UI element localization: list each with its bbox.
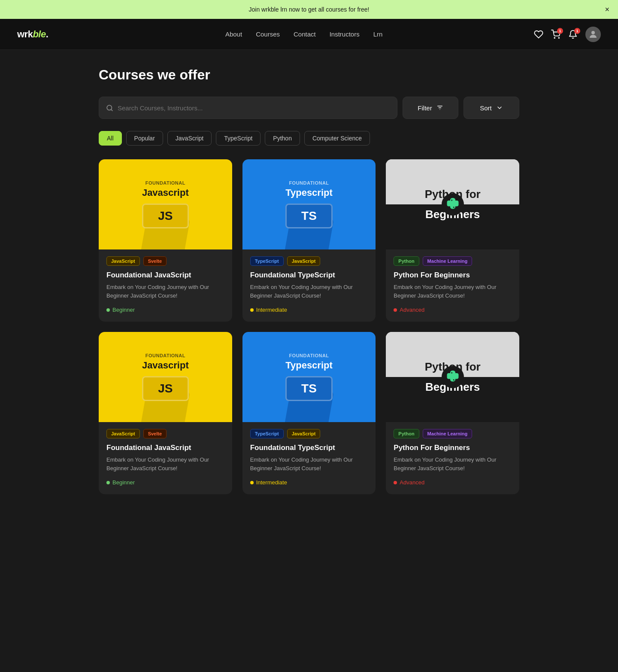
user-avatar[interactable] bbox=[585, 27, 601, 42]
course-card[interactable]: Python for Beginners PythonMachine Learn… bbox=[386, 332, 519, 494]
category-pill-typescript[interactable]: TypeScript bbox=[216, 131, 261, 146]
tag-row: TypeScriptJavaScript bbox=[250, 256, 368, 266]
sort-button[interactable]: Sort bbox=[464, 97, 519, 119]
card-body: PythonMachine Learning Python For Beginn… bbox=[386, 422, 519, 494]
course-title: Python For Beginners bbox=[394, 444, 512, 452]
course-card[interactable]: Foundational Javascript JS JavaScriptSve… bbox=[99, 159, 232, 322]
nav-instructors[interactable]: Instructors bbox=[330, 30, 360, 38]
level-dot bbox=[250, 481, 254, 484]
lang-badge: JS bbox=[142, 376, 189, 401]
course-title: Foundational TypeScript bbox=[250, 271, 368, 280]
nav-right: 1 1 bbox=[534, 27, 601, 42]
course-title: Python For Beginners bbox=[394, 271, 512, 280]
course-level: Intermediate bbox=[250, 479, 368, 486]
wishlist-button[interactable] bbox=[534, 30, 543, 39]
category-pill-popular[interactable]: Popular bbox=[126, 131, 163, 146]
filter-button[interactable]: Filter bbox=[403, 97, 458, 119]
card-body: JavaScriptSvelte Foundational JavaScript… bbox=[99, 422, 232, 494]
categories-row: AllPopularJavaScriptTypeScriptPythonComp… bbox=[99, 131, 519, 146]
course-level: Advanced bbox=[394, 307, 512, 313]
chevron-down-icon bbox=[496, 104, 503, 111]
course-description: Embark on Your Coding Journey with Our B… bbox=[250, 283, 368, 300]
thumb-title: Javascript bbox=[142, 187, 189, 198]
filter-label: Filter bbox=[418, 104, 432, 112]
course-title: Foundational JavaScript bbox=[106, 271, 224, 280]
search-box bbox=[99, 97, 397, 119]
course-level: Beginner bbox=[106, 479, 224, 486]
course-tag[interactable]: JavaScript bbox=[287, 429, 321, 438]
course-tag[interactable]: JavaScript bbox=[287, 256, 321, 266]
course-thumbnail: Foundational Javascript JS bbox=[99, 332, 232, 422]
logo-dot: . bbox=[46, 29, 48, 40]
thumb-label: Foundational bbox=[142, 180, 189, 185]
course-tag[interactable]: TypeScript bbox=[250, 256, 284, 266]
nav-courses[interactable]: Courses bbox=[256, 30, 280, 38]
promo-banner: Join wrkble lrn now to get all courses f… bbox=[0, 0, 618, 19]
course-level: Intermediate bbox=[250, 307, 368, 313]
notifications-button[interactable]: 1 bbox=[568, 30, 578, 39]
lang-badge: JS bbox=[142, 204, 189, 228]
nav-about[interactable]: About bbox=[225, 30, 242, 38]
course-tag[interactable]: Machine Learning bbox=[423, 256, 473, 266]
level-label: Advanced bbox=[400, 479, 424, 486]
course-tag[interactable]: JavaScript bbox=[106, 256, 140, 266]
level-dot bbox=[394, 481, 397, 484]
level-dot bbox=[106, 308, 110, 312]
svg-point-8 bbox=[451, 201, 452, 201]
avatar-icon bbox=[588, 29, 598, 40]
level-label: Beginner bbox=[112, 307, 135, 313]
svg-point-9 bbox=[454, 207, 454, 208]
course-title: Foundational JavaScript bbox=[106, 444, 224, 452]
course-card[interactable]: Foundational Typescript TS TypeScriptJav… bbox=[242, 159, 376, 322]
course-card[interactable]: Foundational Typescript TS TypeScriptJav… bbox=[242, 332, 376, 494]
lang-badge: TS bbox=[285, 204, 333, 228]
sort-label: Sort bbox=[480, 104, 492, 112]
cart-badge: 1 bbox=[557, 28, 563, 34]
course-description: Embark on Your Coding Journey with Our B… bbox=[394, 283, 512, 300]
tag-row: JavaScriptSvelte bbox=[106, 256, 224, 266]
logo[interactable]: wrkble. bbox=[17, 29, 48, 40]
page-title: Courses we offer bbox=[99, 67, 519, 83]
level-dot bbox=[106, 481, 110, 484]
card-body: TypeScriptJavaScript Foundational TypeSc… bbox=[242, 422, 376, 494]
nav-lrn[interactable]: Lrn bbox=[373, 30, 383, 38]
category-pill-computer-science[interactable]: Computer Science bbox=[304, 131, 370, 146]
thumb-title: Typescript bbox=[285, 360, 333, 371]
card-body: JavaScriptSvelte Foundational JavaScript… bbox=[99, 249, 232, 322]
category-pill-javascript[interactable]: JavaScript bbox=[167, 131, 212, 146]
course-tag[interactable]: Python bbox=[394, 256, 419, 266]
nav-contact[interactable]: Contact bbox=[294, 30, 316, 38]
course-description: Embark on Your Coding Journey with Our B… bbox=[106, 456, 224, 472]
svg-point-1 bbox=[558, 37, 559, 38]
course-card[interactable]: Foundational Javascript JS JavaScriptSve… bbox=[99, 332, 232, 494]
logo-italic: ble bbox=[33, 29, 45, 40]
category-pill-all[interactable]: All bbox=[99, 131, 122, 146]
lang-badge: TS bbox=[285, 376, 333, 401]
cart-button[interactable]: 1 bbox=[551, 30, 560, 39]
svg-point-0 bbox=[554, 37, 555, 38]
search-row: Filter Sort bbox=[99, 97, 519, 119]
course-tag[interactable]: Python bbox=[394, 429, 419, 438]
svg-point-10 bbox=[451, 373, 452, 374]
nav-links: About Courses Contact Instructors Lrn bbox=[74, 30, 534, 38]
svg-point-11 bbox=[454, 380, 454, 381]
course-card[interactable]: Python for Beginners PythonMachine Learn… bbox=[386, 159, 519, 322]
banner-close-button[interactable]: × bbox=[605, 6, 609, 13]
card-body: TypeScriptJavaScript Foundational TypeSc… bbox=[242, 249, 376, 322]
svg-point-2 bbox=[591, 31, 595, 34]
course-tag[interactable]: TypeScript bbox=[250, 429, 284, 438]
python-icon bbox=[442, 366, 464, 388]
course-tag[interactable]: Svelte bbox=[143, 256, 167, 266]
logo-prefix: wrk bbox=[17, 29, 33, 40]
level-dot bbox=[250, 308, 254, 312]
heart-icon bbox=[534, 30, 543, 39]
course-level: Beginner bbox=[106, 307, 224, 313]
level-label: Beginner bbox=[112, 479, 135, 486]
level-label: Intermediate bbox=[256, 307, 287, 313]
search-input[interactable] bbox=[118, 104, 390, 112]
course-tag[interactable]: Machine Learning bbox=[423, 429, 473, 438]
course-tag[interactable]: Svelte bbox=[143, 429, 167, 438]
category-pill-python[interactable]: Python bbox=[265, 131, 300, 146]
course-tag[interactable]: JavaScript bbox=[106, 429, 140, 438]
notifications-badge: 1 bbox=[574, 28, 580, 34]
